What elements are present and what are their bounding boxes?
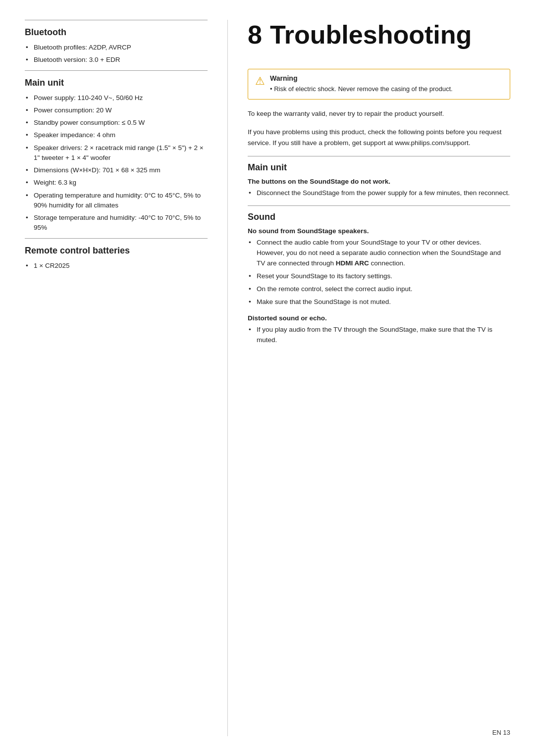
warning-content: Warning • Risk of electric shock. Never … xyxy=(270,74,453,94)
list-item: If you play audio from the TV through th… xyxy=(248,325,510,346)
list-item: Speaker drivers: 2 × racetrack mid range… xyxy=(25,143,208,163)
footer-page-number: EN 13 xyxy=(492,729,510,736)
list-item: On the remote control, select the correc… xyxy=(248,284,510,295)
bluetooth-title: Bluetooth xyxy=(25,27,208,38)
hdmi-arc-bold: HDMI ARC xyxy=(336,259,369,267)
right-main-unit-title: Main unit xyxy=(248,162,510,173)
buttons-subsection-title: The buttons on the SoundStage do not wor… xyxy=(248,178,510,185)
chapter-heading: 8 Troubleshooting xyxy=(248,20,510,59)
list-item: Bluetooth profiles: A2DP, AVRCP xyxy=(25,43,208,52)
list-item: Power supply: 110-240 V~, 50/60 Hz xyxy=(25,93,208,103)
list-item: Speaker impedance: 4 ohm xyxy=(25,130,208,140)
intro-para-2: If you have problems using this product,… xyxy=(248,127,510,148)
warning-text: • Risk of electric shock. Never remove t… xyxy=(270,84,453,94)
distorted-sound-list: If you play audio from the TV through th… xyxy=(248,325,510,346)
list-item: Power consumption: 20 W xyxy=(25,105,208,115)
warning-bullet: • xyxy=(270,85,274,93)
list-item: Storage temperature and humidity: -40°C … xyxy=(25,213,208,233)
list-item: Dimensions (W×H×D): 701 × 68 × 325 mm xyxy=(25,165,208,175)
chapter-number: 8 xyxy=(248,20,262,50)
main-unit-divider xyxy=(25,70,208,71)
warning-label: Warning xyxy=(270,74,453,82)
bluetooth-divider xyxy=(25,20,208,20)
remote-divider xyxy=(25,238,208,239)
no-sound-list: Connect the audio cable from your SoundS… xyxy=(248,238,510,307)
chapter-title: Troubleshooting xyxy=(270,21,472,49)
sound-title: Sound xyxy=(248,212,510,222)
bluetooth-list: Bluetooth profiles: A2DP, AVRCP Bluetoot… xyxy=(25,43,208,65)
no-sound-subsection-title: No sound from SoundStage speakers. xyxy=(248,227,510,235)
list-item: Weight: 6.3 kg xyxy=(25,178,208,188)
sound-divider xyxy=(248,205,510,206)
list-item: Make sure that the SoundStage is not mut… xyxy=(248,297,510,307)
intro-para-1: To keep the warranty valid, never try to… xyxy=(248,108,510,119)
main-unit-list: Power supply: 110-240 V~, 50/60 Hz Power… xyxy=(25,93,208,233)
list-item: Disconnect the SoundStage from the power… xyxy=(248,188,510,199)
list-item: Reset your SoundStage to its factory set… xyxy=(248,271,510,282)
warning-box: ⚠ Warning • Risk of electric shock. Neve… xyxy=(248,69,510,100)
list-item: Bluetooth version: 3.0 + EDR xyxy=(25,55,208,65)
main-unit-title: Main unit xyxy=(25,78,208,88)
list-item: Operating temperature and humidity: 0°C … xyxy=(25,191,208,211)
distorted-sound-subsection-title: Distorted sound or echo. xyxy=(248,314,510,322)
right-main-unit-divider xyxy=(248,156,510,156)
list-item: 1 × CR2025 xyxy=(25,261,208,271)
remote-title: Remote control batteries xyxy=(25,246,208,256)
warning-icon: ⚠ xyxy=(255,75,265,88)
list-item: Connect the audio cable from your SoundS… xyxy=(248,238,510,269)
list-item: Standby power consumption: ≤ 0.5 W xyxy=(25,118,208,128)
buttons-list: Disconnect the SoundStage from the power… xyxy=(248,188,510,199)
remote-list: 1 × CR2025 xyxy=(25,261,208,271)
